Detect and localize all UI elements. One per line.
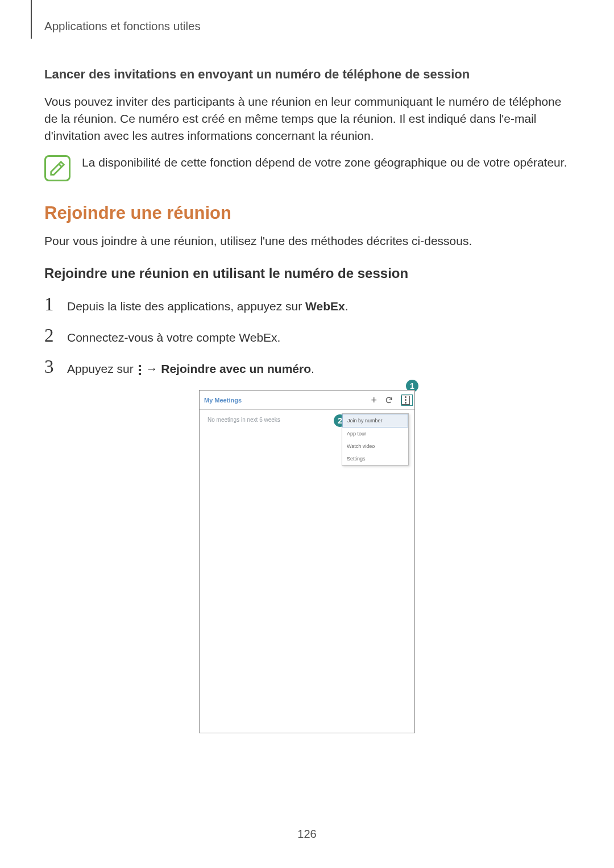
note-icon — [44, 155, 70, 181]
para-rejoindre-intro: Pour vous joindre à une réunion, utilise… — [44, 232, 570, 250]
menu-watch-video[interactable]: Watch video — [342, 440, 408, 452]
step1-pre: Depuis la liste des applications, appuye… — [67, 300, 305, 313]
callout-box-1 — [401, 394, 413, 406]
phone-titlebar: My Meetings + — [200, 391, 414, 410]
step3-pre: Appuyez sur — [67, 362, 137, 375]
menu-app-tour[interactable]: App tour — [342, 427, 408, 440]
page-number: 126 — [0, 828, 614, 841]
step1-post: . — [345, 300, 349, 313]
step-text: Depuis la liste des applications, appuye… — [67, 298, 349, 315]
step-text: Connectez-vous à votre compte WebEx. — [67, 329, 280, 346]
phone-frame: My Meetings + No meetings in next 6 week… — [199, 390, 415, 733]
note-text: La disponibilité de cette fonction dépen… — [82, 154, 567, 171]
refresh-icon[interactable] — [385, 396, 393, 404]
step-2: 2 Connectez-vous à votre compte WebEx. — [44, 325, 570, 346]
subsection-heading-session: Rejoindre une réunion en utilisant le nu… — [44, 265, 570, 281]
running-header: Applications et fonctions utiles — [44, 19, 570, 33]
step-1: 1 Depuis la liste des applications, appu… — [44, 294, 570, 315]
step3-post: . — [311, 362, 314, 375]
step-number: 2 — [44, 325, 56, 346]
note-block: La disponibilité de cette fonction dépen… — [44, 154, 570, 181]
dropdown-menu: Join by number App tour Watch video Sett… — [342, 413, 409, 466]
step-number: 3 — [44, 356, 56, 377]
section-heading-rejoindre: Rejoindre une réunion — [44, 203, 570, 223]
step3-arrow: → — [143, 362, 161, 375]
plus-icon[interactable]: + — [371, 395, 377, 405]
step-text: Appuyez sur → Rejoindre avec un numéro. — [67, 360, 314, 377]
step-3: 3 Appuyez sur → Rejoindre avec un numéro… — [44, 356, 570, 377]
step3-bold: Rejoindre avec un numéro — [161, 362, 311, 375]
menu-settings[interactable]: Settings — [342, 452, 408, 465]
phone-title: My Meetings — [204, 397, 242, 404]
figure-phone: 1 My Meetings + No meetings in next 6 we… — [199, 390, 415, 733]
step-number: 1 — [44, 294, 56, 315]
para-invitations: Vous pouvez inviter des participants à u… — [44, 93, 570, 144]
menu-join-by-number[interactable]: Join by number — [342, 414, 408, 427]
step1-bold: WebEx — [305, 300, 345, 313]
more-options-icon — [138, 365, 142, 375]
section-heading-invitations: Lancer des invitations en envoyant un nu… — [44, 67, 570, 82]
header-rule — [31, 0, 32, 39]
